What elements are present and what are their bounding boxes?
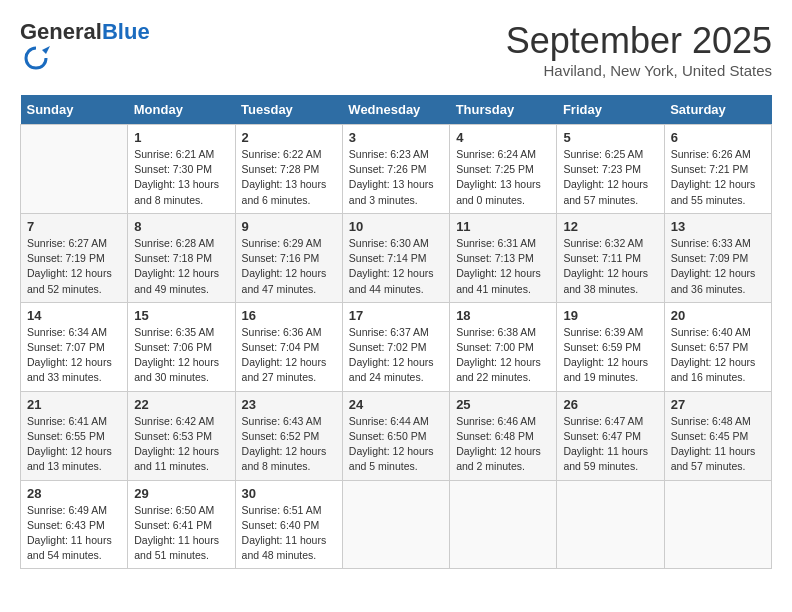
day-info: Sunrise: 6:27 AM Sunset: 7:19 PM Dayligh… <box>27 236 121 297</box>
day-info: Sunrise: 6:40 AM Sunset: 6:57 PM Dayligh… <box>671 325 765 386</box>
calendar-table: SundayMondayTuesdayWednesdayThursdayFrid… <box>20 95 772 569</box>
day-number: 8 <box>134 219 228 234</box>
calendar-cell: 19Sunrise: 6:39 AM Sunset: 6:59 PM Dayli… <box>557 302 664 391</box>
day-info: Sunrise: 6:47 AM Sunset: 6:47 PM Dayligh… <box>563 414 657 475</box>
title-block: September 2025 Haviland, New York, Unite… <box>506 20 772 79</box>
calendar-cell: 27Sunrise: 6:48 AM Sunset: 6:45 PM Dayli… <box>664 391 771 480</box>
calendar-cell <box>450 480 557 569</box>
calendar-cell: 7Sunrise: 6:27 AM Sunset: 7:19 PM Daylig… <box>21 213 128 302</box>
calendar-cell: 25Sunrise: 6:46 AM Sunset: 6:48 PM Dayli… <box>450 391 557 480</box>
day-info: Sunrise: 6:28 AM Sunset: 7:18 PM Dayligh… <box>134 236 228 297</box>
calendar-cell: 6Sunrise: 6:26 AM Sunset: 7:21 PM Daylig… <box>664 125 771 214</box>
calendar-cell: 16Sunrise: 6:36 AM Sunset: 7:04 PM Dayli… <box>235 302 342 391</box>
calendar-week-5: 28Sunrise: 6:49 AM Sunset: 6:43 PM Dayli… <box>21 480 772 569</box>
day-header-wednesday: Wednesday <box>342 95 449 125</box>
day-info: Sunrise: 6:50 AM Sunset: 6:41 PM Dayligh… <box>134 503 228 564</box>
calendar-cell: 4Sunrise: 6:24 AM Sunset: 7:25 PM Daylig… <box>450 125 557 214</box>
day-number: 22 <box>134 397 228 412</box>
day-number: 29 <box>134 486 228 501</box>
calendar-cell: 15Sunrise: 6:35 AM Sunset: 7:06 PM Dayli… <box>128 302 235 391</box>
day-info: Sunrise: 6:22 AM Sunset: 7:28 PM Dayligh… <box>242 147 336 208</box>
logo-blue: Blue <box>102 19 150 44</box>
day-number: 26 <box>563 397 657 412</box>
day-number: 30 <box>242 486 336 501</box>
month-title: September 2025 <box>506 20 772 62</box>
day-header-sunday: Sunday <box>21 95 128 125</box>
calendar-cell: 24Sunrise: 6:44 AM Sunset: 6:50 PM Dayli… <box>342 391 449 480</box>
day-info: Sunrise: 6:41 AM Sunset: 6:55 PM Dayligh… <box>27 414 121 475</box>
day-info: Sunrise: 6:25 AM Sunset: 7:23 PM Dayligh… <box>563 147 657 208</box>
calendar-week-3: 14Sunrise: 6:34 AM Sunset: 7:07 PM Dayli… <box>21 302 772 391</box>
calendar-cell: 2Sunrise: 6:22 AM Sunset: 7:28 PM Daylig… <box>235 125 342 214</box>
day-info: Sunrise: 6:39 AM Sunset: 6:59 PM Dayligh… <box>563 325 657 386</box>
day-number: 23 <box>242 397 336 412</box>
day-number: 5 <box>563 130 657 145</box>
day-number: 20 <box>671 308 765 323</box>
day-info: Sunrise: 6:37 AM Sunset: 7:02 PM Dayligh… <box>349 325 443 386</box>
location: Haviland, New York, United States <box>506 62 772 79</box>
day-header-saturday: Saturday <box>664 95 771 125</box>
day-info: Sunrise: 6:26 AM Sunset: 7:21 PM Dayligh… <box>671 147 765 208</box>
day-info: Sunrise: 6:34 AM Sunset: 7:07 PM Dayligh… <box>27 325 121 386</box>
calendar-cell: 11Sunrise: 6:31 AM Sunset: 7:13 PM Dayli… <box>450 213 557 302</box>
day-number: 17 <box>349 308 443 323</box>
calendar-cell: 22Sunrise: 6:42 AM Sunset: 6:53 PM Dayli… <box>128 391 235 480</box>
day-number: 13 <box>671 219 765 234</box>
calendar-cell: 12Sunrise: 6:32 AM Sunset: 7:11 PM Dayli… <box>557 213 664 302</box>
calendar-header-row: SundayMondayTuesdayWednesdayThursdayFrid… <box>21 95 772 125</box>
calendar-cell: 20Sunrise: 6:40 AM Sunset: 6:57 PM Dayli… <box>664 302 771 391</box>
day-info: Sunrise: 6:46 AM Sunset: 6:48 PM Dayligh… <box>456 414 550 475</box>
calendar-cell: 10Sunrise: 6:30 AM Sunset: 7:14 PM Dayli… <box>342 213 449 302</box>
calendar-cell <box>557 480 664 569</box>
day-number: 1 <box>134 130 228 145</box>
day-number: 11 <box>456 219 550 234</box>
calendar-cell: 1Sunrise: 6:21 AM Sunset: 7:30 PM Daylig… <box>128 125 235 214</box>
day-info: Sunrise: 6:29 AM Sunset: 7:16 PM Dayligh… <box>242 236 336 297</box>
calendar-week-4: 21Sunrise: 6:41 AM Sunset: 6:55 PM Dayli… <box>21 391 772 480</box>
day-number: 4 <box>456 130 550 145</box>
day-number: 14 <box>27 308 121 323</box>
day-number: 18 <box>456 308 550 323</box>
calendar-cell: 9Sunrise: 6:29 AM Sunset: 7:16 PM Daylig… <box>235 213 342 302</box>
calendar-cell <box>342 480 449 569</box>
calendar-cell: 30Sunrise: 6:51 AM Sunset: 6:40 PM Dayli… <box>235 480 342 569</box>
day-info: Sunrise: 6:33 AM Sunset: 7:09 PM Dayligh… <box>671 236 765 297</box>
day-info: Sunrise: 6:23 AM Sunset: 7:26 PM Dayligh… <box>349 147 443 208</box>
day-number: 21 <box>27 397 121 412</box>
day-number: 24 <box>349 397 443 412</box>
day-header-friday: Friday <box>557 95 664 125</box>
day-number: 12 <box>563 219 657 234</box>
day-number: 3 <box>349 130 443 145</box>
day-number: 6 <box>671 130 765 145</box>
calendar-cell <box>664 480 771 569</box>
day-info: Sunrise: 6:48 AM Sunset: 6:45 PM Dayligh… <box>671 414 765 475</box>
day-info: Sunrise: 6:35 AM Sunset: 7:06 PM Dayligh… <box>134 325 228 386</box>
day-number: 27 <box>671 397 765 412</box>
day-info: Sunrise: 6:30 AM Sunset: 7:14 PM Dayligh… <box>349 236 443 297</box>
day-header-monday: Monday <box>128 95 235 125</box>
day-number: 7 <box>27 219 121 234</box>
day-number: 15 <box>134 308 228 323</box>
day-info: Sunrise: 6:36 AM Sunset: 7:04 PM Dayligh… <box>242 325 336 386</box>
calendar-cell: 21Sunrise: 6:41 AM Sunset: 6:55 PM Dayli… <box>21 391 128 480</box>
day-number: 28 <box>27 486 121 501</box>
calendar-cell: 29Sunrise: 6:50 AM Sunset: 6:41 PM Dayli… <box>128 480 235 569</box>
day-info: Sunrise: 6:31 AM Sunset: 7:13 PM Dayligh… <box>456 236 550 297</box>
calendar-cell: 23Sunrise: 6:43 AM Sunset: 6:52 PM Dayli… <box>235 391 342 480</box>
day-info: Sunrise: 6:49 AM Sunset: 6:43 PM Dayligh… <box>27 503 121 564</box>
logo: GeneralBlue <box>20 20 150 76</box>
day-number: 16 <box>242 308 336 323</box>
calendar-cell: 28Sunrise: 6:49 AM Sunset: 6:43 PM Dayli… <box>21 480 128 569</box>
day-info: Sunrise: 6:51 AM Sunset: 6:40 PM Dayligh… <box>242 503 336 564</box>
day-info: Sunrise: 6:44 AM Sunset: 6:50 PM Dayligh… <box>349 414 443 475</box>
calendar-cell <box>21 125 128 214</box>
day-info: Sunrise: 6:43 AM Sunset: 6:52 PM Dayligh… <box>242 414 336 475</box>
logo-icon <box>22 44 50 72</box>
calendar-week-2: 7Sunrise: 6:27 AM Sunset: 7:19 PM Daylig… <box>21 213 772 302</box>
calendar-cell: 17Sunrise: 6:37 AM Sunset: 7:02 PM Dayli… <box>342 302 449 391</box>
calendar-cell: 3Sunrise: 6:23 AM Sunset: 7:26 PM Daylig… <box>342 125 449 214</box>
day-info: Sunrise: 6:42 AM Sunset: 6:53 PM Dayligh… <box>134 414 228 475</box>
day-info: Sunrise: 6:32 AM Sunset: 7:11 PM Dayligh… <box>563 236 657 297</box>
day-info: Sunrise: 6:38 AM Sunset: 7:00 PM Dayligh… <box>456 325 550 386</box>
day-number: 10 <box>349 219 443 234</box>
